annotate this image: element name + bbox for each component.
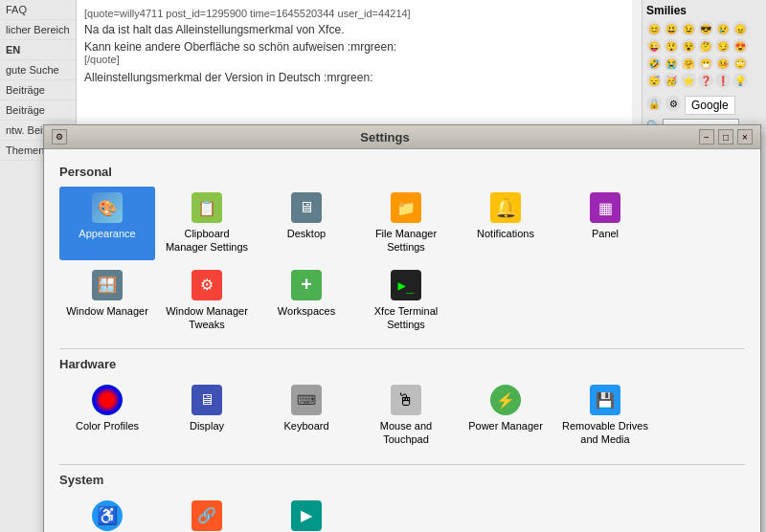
item-power[interactable]: ⚡ Power Manager <box>458 379 553 453</box>
item-display[interactable]: 🖥 Display <box>159 379 255 453</box>
appearance-label: Appearance <box>79 227 135 240</box>
hardware-grid: Color Profiles 🖥 Display ⌨ Keyboard 🖱 <box>59 379 745 453</box>
smiley-24[interactable]: 💡 <box>732 73 748 88</box>
google-button[interactable]: Google <box>685 96 735 115</box>
titlebar-controls: − □ × <box>699 129 753 144</box>
power-label: Power Manager <box>468 419 543 432</box>
colorprofiles-icon <box>92 385 123 415</box>
keyboard-label: Keyboard <box>283 419 328 432</box>
item-appearance[interactable]: 🎨 Appearance <box>59 187 155 260</box>
system-grid: ♿ Accessibility 🔗 Default Applications ▶… <box>59 495 745 532</box>
maximize-button[interactable]: □ <box>718 129 733 144</box>
smiley-10[interactable]: 🤔 <box>698 38 713 54</box>
forum-content: [quote=willy4711 post_id=1295900 time=16… <box>77 0 632 129</box>
display-label: Display <box>190 419 224 432</box>
section-personal: Personal <box>59 165 745 179</box>
power-icon: ⚡ <box>490 385 521 415</box>
item-xfceterminal[interactable]: ▶_ Xfce Terminal Settings <box>358 264 454 338</box>
smiley-22[interactable]: ❓ <box>698 73 713 88</box>
settings-window-title: Settings <box>71 130 699 144</box>
appearance-icon: 🎨 <box>92 192 123 223</box>
wmtweaks-label: Window Manager Tweaks <box>163 304 251 332</box>
smiley-9[interactable]: 😵 <box>681 38 696 54</box>
forum-line1: Na da ist halt das Alleinstellungsmerkma… <box>84 23 624 36</box>
smilies-title: Smilies <box>646 4 762 17</box>
smiley-7[interactable]: 😜 <box>646 38 662 54</box>
sidebar-bereich[interactable]: licher Bereich <box>0 20 76 40</box>
item-panel[interactable]: ▦ Panel <box>557 187 653 260</box>
item-colorprofiles[interactable]: Color Profiles <box>59 379 155 453</box>
personal-grid: 🎨 Appearance 📋 Clipboard Manager Setting… <box>59 187 745 337</box>
smilies-panel: Smilies 😊 😃 😉 😎 😢 😠 😜 😲 😵 🤔 😏 😍 🤣 😭 🤗 😷 … <box>642 0 766 129</box>
smiley-12[interactable]: 😍 <box>732 38 748 54</box>
defaultapps-icon: 🔗 <box>192 500 222 531</box>
notifications-label: Notifications <box>477 227 534 240</box>
section-hardware: Hardware <box>59 357 745 371</box>
smiley-lock[interactable]: 🔒 <box>646 96 662 111</box>
item-windowmanager[interactable]: 🪟 Window Manager <box>59 264 155 338</box>
item-defaultapps[interactable]: 🔗 Default Applications <box>159 495 255 532</box>
smiley-21[interactable]: ⭐ <box>681 73 696 88</box>
filemanager-icon: 📁 <box>391 192 421 223</box>
item-wmtweaks[interactable]: ⚙ Window Manager Tweaks <box>159 264 255 338</box>
sidebar-faq[interactable]: FAQ <box>0 0 76 20</box>
item-accessibility[interactable]: ♿ Accessibility <box>59 495 155 532</box>
workspaces-label: Workspaces <box>278 304 335 318</box>
sidebar-beitraege2[interactable]: Beiträge <box>0 100 76 121</box>
smiley-gear[interactable]: ⚙ <box>665 96 681 111</box>
mouse-icon: 🖱 <box>391 385 421 415</box>
item-removable[interactable]: 💾 Removable Drives and Media <box>557 379 653 453</box>
smiley-5[interactable]: 😢 <box>715 21 731 36</box>
sidebar-suche[interactable]: gute Suche <box>0 60 76 80</box>
minimize-button[interactable]: − <box>699 129 714 144</box>
forum-line3: Alleinstellungsmerkmal der Version in De… <box>84 71 624 84</box>
settings-window: ⚙ Settings − □ × Personal 🎨 Appearance 📋 <box>43 124 761 532</box>
close-button[interactable]: × <box>737 129 753 144</box>
settings-body: Personal 🎨 Appearance 📋 Clipboard Manage… <box>44 149 760 532</box>
sidebar-beitraege1[interactable]: Beiträge <box>0 80 76 100</box>
item-filemanager[interactable]: 📁 File Manager Settings <box>358 187 454 260</box>
smiley-6[interactable]: 😠 <box>732 21 748 36</box>
windowmanager-label: Window Manager <box>66 304 148 318</box>
smiley-23[interactable]: ❗ <box>715 73 731 88</box>
windowmanager-icon: 🪟 <box>92 270 123 300</box>
smiley-17[interactable]: 🤒 <box>715 55 731 71</box>
smiley-1[interactable]: 😊 <box>646 21 662 36</box>
item-desktop[interactable]: 🖥 Desktop <box>259 187 354 260</box>
item-session[interactable]: ▶ Session and Startup <box>259 495 354 532</box>
smiley-14[interactable]: 😭 <box>664 55 679 71</box>
session-icon: ▶ <box>291 500 322 531</box>
smiley-13[interactable]: 🤣 <box>646 55 662 71</box>
smiley-18[interactable]: 🙄 <box>732 55 748 71</box>
xfceterminal-icon: ▶_ <box>391 270 421 300</box>
item-clipboard[interactable]: 📋 Clipboard Manager Settings <box>159 187 255 260</box>
smiley-15[interactable]: 🤗 <box>681 55 696 71</box>
quote-header: [quote=willy4711 post_id=1295900 time=16… <box>84 8 624 19</box>
sidebar-en[interactable]: EN <box>0 40 76 60</box>
smiley-4[interactable]: 😎 <box>698 21 713 36</box>
smiley-19[interactable]: 😴 <box>646 73 662 88</box>
notifications-icon: 🔔 <box>490 192 521 223</box>
forum-line2: Kann keine andere Oberfläche so schön au… <box>84 40 624 54</box>
keyboard-icon: ⌨ <box>291 385 322 415</box>
smiley-16[interactable]: 😷 <box>698 55 713 71</box>
item-keyboard[interactable]: ⌨ Keyboard <box>259 379 354 453</box>
smiley-20[interactable]: 🥳 <box>664 73 679 88</box>
filemanager-label: File Manager Settings <box>362 227 450 255</box>
smiley-2[interactable]: 😃 <box>664 21 679 36</box>
display-icon: 🖥 <box>192 385 222 415</box>
workspaces-icon: + <box>291 270 322 300</box>
smiley-11[interactable]: 😏 <box>715 38 731 54</box>
panel-icon: ▦ <box>590 192 620 223</box>
desktop-icon: 🖥 <box>291 192 322 223</box>
desktop-label: Desktop <box>287 227 326 240</box>
smiley-3[interactable]: 😉 <box>681 21 696 36</box>
clipboard-icon: 📋 <box>192 192 222 223</box>
settings-titlebar: ⚙ Settings − □ × <box>44 125 760 149</box>
item-mouse[interactable]: 🖱 Mouse and Touchpad <box>358 379 454 453</box>
smiley-8[interactable]: 😲 <box>664 38 679 54</box>
section-system: System <box>59 473 745 487</box>
item-workspaces[interactable]: + Workspaces <box>259 264 354 338</box>
item-notifications[interactable]: 🔔 Notifications <box>458 187 553 260</box>
settings-window-icon: ⚙ <box>52 129 67 144</box>
